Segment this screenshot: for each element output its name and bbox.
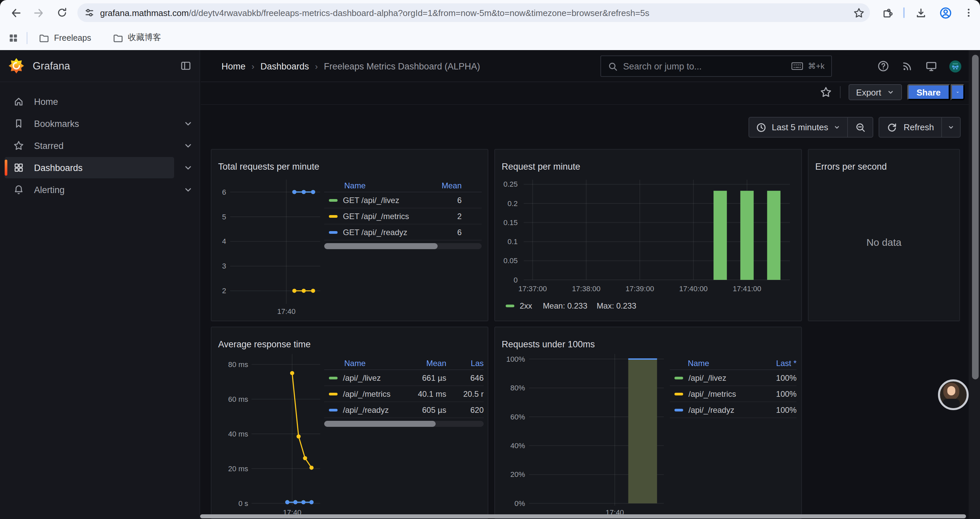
svg-text:100%: 100%	[506, 355, 525, 363]
download-icon[interactable]	[912, 4, 929, 21]
zoom-out-button[interactable]	[848, 118, 873, 137]
share-menu-button[interactable]	[951, 84, 965, 100]
time-controls: Last 5 minutes Refresh	[749, 117, 961, 137]
horizontal-scrollbar-thumb[interactable]	[200, 514, 966, 518]
dock-menu-icon[interactable]	[180, 60, 191, 72]
legend-header-name[interactable]: Name	[670, 358, 757, 368]
bookmark-star-icon[interactable]	[853, 7, 865, 18]
legend-series-label: GET /api/_/metrics	[343, 211, 409, 221]
legend-scrollbar-thumb[interactable]	[324, 243, 438, 249]
series-color-pill	[329, 376, 337, 379]
refresh-interval-button[interactable]	[941, 118, 960, 137]
sidebar-item-dashboards[interactable]: Dashboards	[5, 157, 174, 178]
breadcrumb-current: Freeleaps Metrics Dashboard (ALPHA)	[324, 61, 480, 71]
bookmark-folder-freeleaps[interactable]: Freeleaps	[35, 30, 95, 45]
keyboard-icon	[791, 61, 803, 71]
legend-table: NameMeanLas/api/_/livez661 µs646/api/_/m…	[324, 357, 484, 427]
legend-value: 620	[446, 405, 484, 414]
legend-scrollbar-track[interactable]	[324, 421, 484, 427]
time-range-picker[interactable]: Last 5 minutes	[749, 118, 848, 137]
legend-header-value[interactable]: Las	[446, 358, 484, 368]
search-input[interactable]: Search or jump to... ⌘+k	[600, 56, 832, 77]
legend-value: 6	[438, 227, 482, 237]
favorite-star-icon[interactable]	[820, 86, 832, 98]
back-icon[interactable]	[7, 4, 24, 21]
legend-row[interactable]: /api/_/metrics100%	[670, 386, 797, 402]
news-rss-icon[interactable]	[901, 60, 913, 72]
browser-toolbar: grafana.mathmast.com/d/deytv4rwavabkb/fr…	[0, 0, 980, 26]
legend-header-row: NameMean	[324, 179, 482, 192]
vertical-scrollbar-thumb[interactable]	[972, 55, 978, 379]
legend-row[interactable]: /api/_/livez661 µs646	[324, 370, 484, 386]
legend-row[interactable]: GET /api/_/livez6	[324, 192, 482, 208]
svg-text:4: 4	[222, 237, 226, 246]
folder-icon	[39, 32, 49, 43]
chevron-down-icon[interactable]	[183, 140, 194, 151]
legend-header-name[interactable]: Name	[324, 358, 405, 368]
export-button[interactable]: Export	[849, 84, 902, 100]
sidebar-item-alerting[interactable]: Alerting	[5, 179, 174, 200]
legend-scrollbar-track[interactable]	[324, 243, 482, 249]
menu-kebab-icon[interactable]	[960, 4, 977, 21]
legend-series-label: /api/_/readyz	[689, 405, 734, 414]
legend-row[interactable]: /api/_/livez100%	[670, 370, 797, 386]
floating-assistant-avatar[interactable]	[938, 379, 969, 410]
breadcrumb-dashboards[interactable]: Dashboards	[261, 61, 309, 71]
pinned-extension-indicator	[903, 7, 905, 18]
series-color-pill	[329, 215, 337, 217]
panel-title[interactable]: Errors per second	[815, 162, 887, 172]
avatar-body	[943, 399, 960, 408]
breadcrumb-home[interactable]: Home	[221, 61, 245, 71]
legend-value: 20.5 r	[446, 389, 484, 398]
series-color-pill	[329, 409, 337, 411]
monitor-icon[interactable]	[925, 60, 937, 72]
sidebar-item-starred[interactable]: Starred	[5, 135, 174, 156]
legend-header-name[interactable]: Name	[324, 181, 438, 190]
bar-chart: 0.250.20.150.10.05017:37:0017:38:0017:39…	[495, 150, 802, 321]
legend-row[interactable]: /api/_/metrics40.1 ms20.5 r	[324, 386, 484, 402]
bookmark-folder-blogs[interactable]: 收藏博客	[108, 30, 165, 45]
legend-max: Max: 0.233	[597, 301, 636, 311]
vertical-scrollbar-track[interactable]	[969, 50, 980, 519]
legend-value: 661 µs	[405, 373, 446, 382]
legend-scrollbar-thumb[interactable]	[324, 421, 436, 427]
legend-row[interactable]: GET /api/_/readyz6	[324, 224, 482, 241]
series-color-pill	[329, 393, 337, 395]
help-icon[interactable]	[877, 60, 889, 72]
forward-icon[interactable]	[30, 4, 48, 21]
site-settings-icon[interactable]	[84, 7, 95, 18]
user-avatar[interactable]	[949, 60, 961, 72]
svg-text:0.2: 0.2	[508, 200, 518, 208]
legend-row[interactable]: /api/_/readyz605 µs620	[324, 402, 484, 418]
extensions-icon[interactable]	[878, 4, 896, 21]
legend-value: 646	[446, 373, 484, 382]
svg-text:80%: 80%	[510, 384, 525, 392]
share-label: Share	[916, 87, 941, 97]
svg-text:17:40: 17:40	[277, 307, 296, 316]
caret-down-icon	[956, 88, 959, 96]
legend-row[interactable]: /api/_/readyz100%	[670, 402, 797, 418]
legend-header-value[interactable]: Mean	[438, 181, 482, 190]
grafana-logo[interactable]	[9, 58, 24, 73]
legend-mean: Mean: 0.233	[543, 301, 587, 311]
sidebar-item-bookmarks[interactable]: Bookmarks	[5, 113, 174, 134]
legend-header-value[interactable]: Mean	[405, 358, 446, 368]
profile-icon[interactable]	[937, 4, 954, 21]
refresh-button[interactable]: Refresh	[880, 118, 941, 137]
sidebar-item-home[interactable]: Home	[5, 91, 174, 112]
reload-icon[interactable]	[53, 4, 71, 21]
apps-grid-icon[interactable]	[5, 29, 22, 46]
legend-row[interactable]: GET /api/_/metrics2	[324, 208, 482, 224]
legend-header-value[interactable]: Last *	[757, 358, 797, 368]
svg-text:20%: 20%	[510, 470, 525, 479]
share-button[interactable]: Share	[907, 84, 950, 100]
refresh-label: Refresh	[904, 122, 934, 132]
svg-text:17:41:00: 17:41:00	[733, 284, 762, 293]
chevron-down-icon[interactable]	[183, 118, 194, 129]
sidebar-item-label: Home	[34, 96, 58, 107]
legend-series-label[interactable]: 2xx	[520, 301, 532, 311]
url-bar[interactable]: grafana.mathmast.com/d/deytv4rwavabkb/fr…	[77, 3, 870, 22]
chevron-down-icon[interactable]	[183, 162, 194, 173]
chevron-down-icon[interactable]	[183, 184, 194, 195]
time-range-label: Last 5 minutes	[772, 122, 828, 132]
